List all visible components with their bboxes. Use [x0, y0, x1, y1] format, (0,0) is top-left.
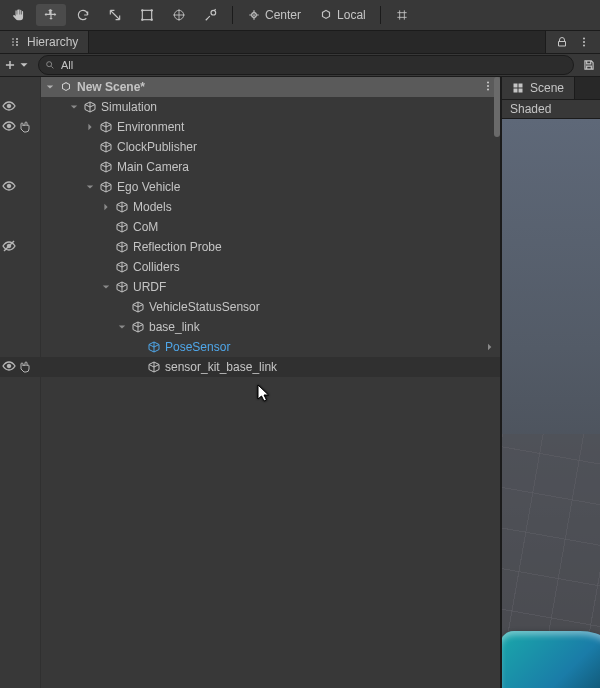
hierarchy-item-simulation[interactable]: Simulation [41, 97, 500, 117]
pivot-mode-label: Center [265, 8, 301, 22]
scene-root-row[interactable]: New Scene* [41, 77, 500, 97]
rect-tool-button[interactable] [132, 4, 162, 26]
game-object-icon [99, 160, 113, 174]
svg-rect-21 [519, 89, 523, 93]
svg-point-8 [16, 38, 18, 40]
hierarchy-item-pose-sensor[interactable]: PoseSensor [41, 337, 500, 357]
rotation-space-toggle[interactable]: Local [311, 4, 374, 26]
pivot-mode-toggle[interactable]: Center [239, 4, 309, 26]
move-tool-button[interactable] [36, 4, 66, 26]
hierarchy-search-input[interactable] [59, 55, 567, 75]
svg-point-14 [47, 62, 52, 67]
hierarchy-tab[interactable]: Hierarchy [0, 31, 89, 53]
tab-strip-empty [89, 31, 545, 53]
visibility-on-icon[interactable] [2, 359, 16, 376]
hierarchy-item-label: base_link [149, 320, 200, 334]
gutter-row-colliders [0, 257, 40, 277]
search-icon [45, 60, 55, 70]
lock-icon[interactable] [554, 34, 570, 50]
hierarchy-item-label: sensor_kit_base_link [165, 360, 277, 374]
visibility-on-icon[interactable] [2, 119, 16, 136]
svg-point-17 [487, 88, 489, 90]
hierarchy-item-label: Models [133, 200, 172, 214]
game-object-icon [115, 220, 129, 234]
game-object-icon [131, 320, 145, 334]
toolbar-separator [232, 6, 233, 24]
hierarchy-item-base-link[interactable]: base_link [41, 317, 500, 337]
hierarchy-item-reflection-probe[interactable]: Reflection Probe [41, 237, 500, 257]
search-save-button[interactable] [578, 54, 600, 76]
gutter-row-vehicle-status-sensor [0, 297, 40, 317]
expand-toggle[interactable] [45, 83, 55, 91]
hierarchy-item-ego-vehicle[interactable]: Ego Vehicle [41, 177, 500, 197]
main-split: New Scene* SimulationEnvironmentClockPub… [0, 77, 600, 688]
gutter-row-base-link [0, 317, 40, 337]
expand-toggle[interactable] [69, 103, 79, 111]
game-object-icon [131, 300, 145, 314]
gutter-row-simulation [0, 97, 40, 117]
tab-menu-button[interactable] [576, 34, 592, 50]
svg-rect-0 [142, 10, 151, 19]
rotate-tool-button[interactable] [68, 4, 98, 26]
custom-tool-button[interactable] [196, 4, 226, 26]
hierarchy-item-label: Reflection Probe [133, 240, 222, 254]
svg-rect-20 [514, 89, 518, 93]
visibility-off-icon[interactable] [2, 239, 16, 256]
hierarchy-scrollbar-thumb[interactable] [494, 77, 500, 137]
gutter-row-com [0, 217, 40, 237]
hierarchy-search[interactable] [38, 55, 574, 75]
shading-mode-dropdown[interactable]: Shaded [502, 100, 559, 118]
hierarchy-item-label: Colliders [133, 260, 180, 274]
game-object-icon [115, 200, 129, 214]
hierarchy-item-main-camera[interactable]: Main Camera [41, 157, 500, 177]
gutter-row-ego-vehicle [0, 177, 40, 197]
pickable-icon[interactable] [18, 119, 32, 136]
hierarchy-item-com[interactable]: CoM [41, 217, 500, 237]
game-object-icon [115, 240, 129, 254]
hierarchy-item-sensor-kit-base-link[interactable]: sensor_kit_base_link [41, 357, 500, 377]
scale-tool-button[interactable] [100, 4, 130, 26]
gutter-row-reflection-probe [0, 237, 40, 257]
hierarchy-tab-label: Hierarchy [27, 35, 78, 49]
game-object-icon [115, 260, 129, 274]
gutter-row-clock-publisher [0, 137, 40, 157]
scene-tab-label: Scene [530, 81, 564, 95]
game-object-icon [115, 280, 129, 294]
scene-viewport[interactable] [502, 119, 600, 688]
svg-point-10 [16, 44, 18, 46]
svg-point-7 [253, 14, 255, 16]
hierarchy-item-label: Environment [117, 120, 184, 134]
hierarchy-item-colliders[interactable]: Colliders [41, 257, 500, 277]
expand-toggle[interactable] [85, 123, 95, 131]
create-object-button[interactable] [0, 54, 34, 76]
expand-toggle[interactable] [85, 183, 95, 191]
toolbar-separator [380, 6, 381, 24]
visibility-on-icon[interactable] [2, 179, 16, 196]
expand-toggle[interactable] [117, 323, 127, 331]
visibility-on-icon[interactable] [2, 99, 16, 116]
hand-tool-button[interactable] [4, 4, 34, 26]
game-object-icon [147, 340, 161, 354]
game-object-icon [99, 140, 113, 154]
hierarchy-item-vehicle-status-sensor[interactable]: VehicleStatusSensor [41, 297, 500, 317]
hierarchy-item-clock-publisher[interactable]: ClockPublisher [41, 137, 500, 157]
game-object-icon [147, 360, 161, 374]
scene-vehicle-mesh [502, 631, 600, 688]
grid-snap-button[interactable] [387, 4, 417, 26]
expand-toggle[interactable] [101, 203, 111, 211]
hierarchy-tree[interactable]: New Scene* SimulationEnvironmentClockPub… [41, 77, 500, 688]
svg-point-1 [141, 9, 143, 11]
scene-context-menu-button[interactable] [482, 80, 494, 95]
hierarchy-item-models[interactable]: Models [41, 197, 500, 217]
chevron-right-icon [486, 340, 494, 354]
expand-toggle[interactable] [101, 283, 111, 291]
hierarchy-tab-strip: Hierarchy [0, 31, 600, 54]
transform-toolbar: Center Local [0, 0, 600, 31]
scene-tab[interactable]: Scene [502, 77, 575, 99]
pickable-icon[interactable] [18, 359, 32, 376]
transform-tool-button[interactable] [164, 4, 194, 26]
svg-point-3 [141, 19, 143, 21]
hierarchy-item-urdf[interactable]: URDF [41, 277, 500, 297]
svg-point-9 [16, 41, 18, 43]
hierarchy-item-environment[interactable]: Environment [41, 117, 500, 137]
